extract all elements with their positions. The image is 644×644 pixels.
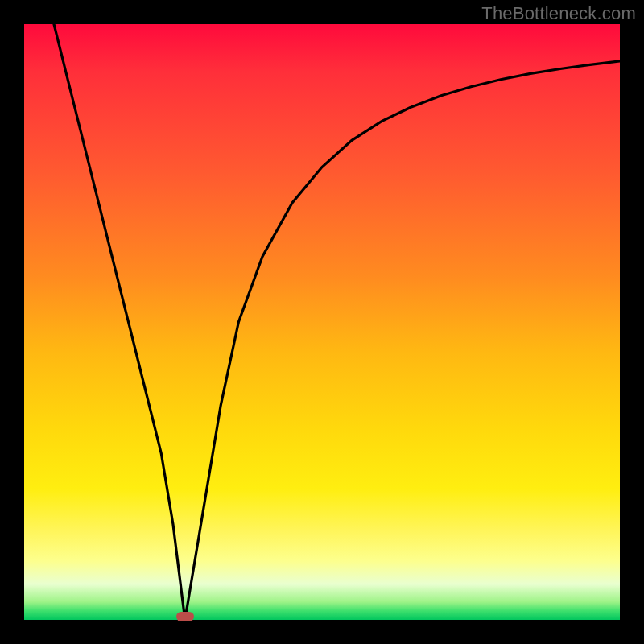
curve-path — [54, 24, 620, 620]
watermark-text: TheBottleneck.com — [481, 3, 636, 24]
chart-stage: TheBottleneck.com — [0, 0, 644, 644]
min-marker — [176, 612, 194, 621]
plot-area — [24, 24, 620, 620]
curve-svg — [24, 24, 620, 620]
